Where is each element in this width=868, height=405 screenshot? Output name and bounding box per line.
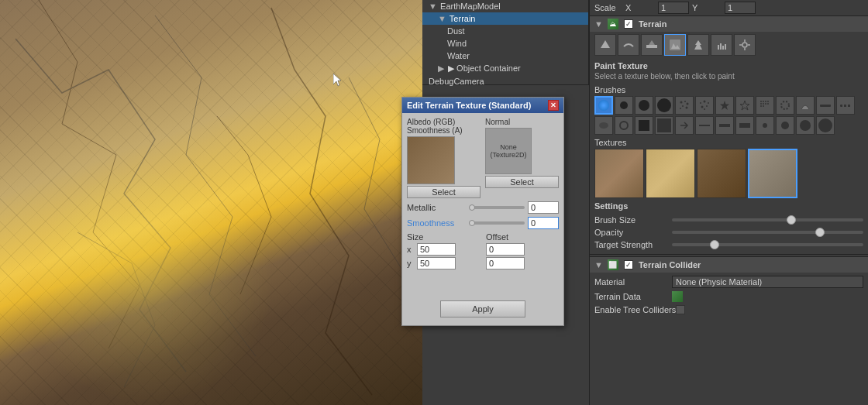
collider-fold-arrow[interactable]: ▼ <box>594 260 603 269</box>
divider <box>590 254 868 255</box>
brush-arrow-right[interactable] <box>675 116 694 135</box>
offset-x-input[interactable] <box>486 243 525 256</box>
hierarchy-item-object-container[interactable]: ▶ ▶ Object Container <box>422 62 588 75</box>
svg-rect-0 <box>0 0 422 405</box>
terrain-tool-settings[interactable] <box>734 34 756 56</box>
brush-soft2[interactable] <box>776 96 794 115</box>
normal-header: Normal <box>485 118 559 126</box>
paint-texture-desc: Select a texture below, then click to pa… <box>594 72 863 81</box>
terrain-tool-paint-texture[interactable] <box>664 34 686 56</box>
brush-star[interactable] <box>715 96 734 115</box>
material-row: Material None (Physic Material) <box>594 274 863 290</box>
svg-point-15 <box>704 108 705 110</box>
brush-dot-md[interactable] <box>776 116 794 135</box>
brush-solid-square-lg[interactable] <box>655 116 673 135</box>
normal-select-button[interactable]: Select <box>485 176 559 188</box>
hierarchy-item-water[interactable]: Water <box>422 50 588 62</box>
texture-headers: Albedo (RGB) Smoothness (A) Select Norma… <box>407 118 559 198</box>
brush-thin-line[interactable] <box>695 116 714 135</box>
material-label: Material <box>594 277 672 287</box>
scale-x-input[interactable] <box>658 2 689 14</box>
size-x-input[interactable] <box>417 243 456 256</box>
brush-soft-circle[interactable] <box>594 96 613 115</box>
brushes-label: Brushes <box>594 85 863 94</box>
terrain-tool-raise[interactable] <box>594 34 616 56</box>
terrain-checkbox[interactable]: ✓ <box>624 19 633 29</box>
apply-button-container: Apply <box>407 300 559 317</box>
svg-point-21 <box>763 103 764 105</box>
scale-y-label: Y <box>692 3 723 12</box>
brush-scatter2[interactable] <box>695 96 714 115</box>
scale-x-label: X <box>625 3 656 12</box>
svg-point-11 <box>704 101 706 103</box>
brush-star-outline[interactable] <box>735 96 754 115</box>
opacity-slider[interactable] <box>672 231 863 234</box>
metallic-slider-thumb <box>469 204 475 211</box>
hierarchy-item-dust[interactable]: Dust <box>422 25 588 37</box>
dialog-close-button[interactable]: ✕ <box>548 100 559 111</box>
brush-solid-circle-md[interactable] <box>635 96 653 115</box>
size-y-input[interactable] <box>417 257 456 269</box>
collider-checkbox[interactable]: ✓ <box>624 260 633 269</box>
brush-feather[interactable] <box>796 96 815 115</box>
brush-solid-circle-sm[interactable] <box>615 96 633 115</box>
svg-point-6 <box>687 103 689 105</box>
hierarchy-panel: ▼ EarthMapModel ▼ Terrain Dust Wind Wate… <box>422 0 589 85</box>
enable-tree-checkbox[interactable] <box>676 305 685 314</box>
smoothness-slider[interactable] <box>469 221 525 225</box>
enable-tree-row: Enable Tree Colliders <box>594 304 863 316</box>
hierarchy-item-debugcamera[interactable]: DebugCamera <box>422 75 588 88</box>
hierarchy-item-earthmapmodel[interactable]: ▼ EarthMapModel <box>422 0 588 12</box>
svg-point-9 <box>680 108 681 109</box>
albedo-select-button[interactable]: Select <box>407 186 480 198</box>
hierarchy-item-terrain[interactable]: ▼ Terrain <box>422 12 588 25</box>
dialog-title: Edit Terrain Texture (Standard) <box>407 101 531 110</box>
brush-solid-square[interactable] <box>635 116 653 135</box>
metallic-input[interactable] <box>528 201 559 214</box>
brush-size-slider[interactable] <box>672 218 863 221</box>
terrain-tool-smooth[interactable] <box>618 34 639 56</box>
brush-circle-outline[interactable] <box>615 116 633 135</box>
brush-dot-sm[interactable] <box>756 116 774 135</box>
terrain-section-header: ▼ ⛰ ✓ Terrain <box>590 15 868 32</box>
scale-y-input[interactable] <box>725 2 756 14</box>
brush-dot-lg[interactable] <box>796 116 815 135</box>
brushes-section: Brushes <box>590 84 868 136</box>
collider-green-icon: ⬜ <box>608 259 618 270</box>
brush-dot-xl[interactable] <box>816 116 835 135</box>
brush-dots-grid[interactable] <box>756 96 774 115</box>
textures-label: Textures <box>594 138 863 147</box>
brush-medium-line[interactable] <box>715 116 734 135</box>
size-header-label: Size <box>407 232 423 242</box>
brush-solid-circle-lg[interactable] <box>655 96 673 115</box>
brush-dashed-line[interactable] <box>836 96 855 115</box>
albedo-texture-preview <box>407 136 455 184</box>
brush-oval-soft[interactable] <box>594 116 613 135</box>
texture-2[interactable] <box>646 149 695 198</box>
terrain-data-label: Terrain Data <box>594 292 672 301</box>
paint-texture-title: Paint Texture <box>594 61 863 70</box>
texture-4[interactable] <box>748 149 797 198</box>
terrain-fold-arrow[interactable]: ▼ <box>594 19 603 29</box>
texture-1[interactable] <box>594 149 644 198</box>
svg-point-22 <box>765 103 766 105</box>
smoothness-input[interactable] <box>528 217 559 229</box>
target-strength-slider[interactable] <box>672 243 863 246</box>
terrain-tool-paint-height[interactable] <box>641 34 663 56</box>
hierarchy-item-wind[interactable]: Wind <box>422 37 588 50</box>
brush-thick-line[interactable] <box>735 116 754 135</box>
brush-line[interactable] <box>816 96 835 115</box>
apply-button[interactable]: Apply <box>440 300 525 317</box>
terrain-tool-details[interactable] <box>711 34 732 56</box>
texture-3[interactable] <box>697 149 746 198</box>
brush-size-thumb <box>787 215 796 225</box>
brush-size-label: Brush Size <box>594 215 672 225</box>
metallic-slider[interactable] <box>469 206 525 209</box>
svg-point-19 <box>767 101 769 102</box>
terrain-data-row: Terrain Data <box>594 290 863 304</box>
svg-point-17 <box>763 101 764 102</box>
offset-y-input[interactable] <box>486 257 525 269</box>
terrain-tool-trees[interactable] <box>687 34 709 56</box>
textures-grid <box>594 149 863 198</box>
brush-scatter1[interactable] <box>675 96 694 115</box>
